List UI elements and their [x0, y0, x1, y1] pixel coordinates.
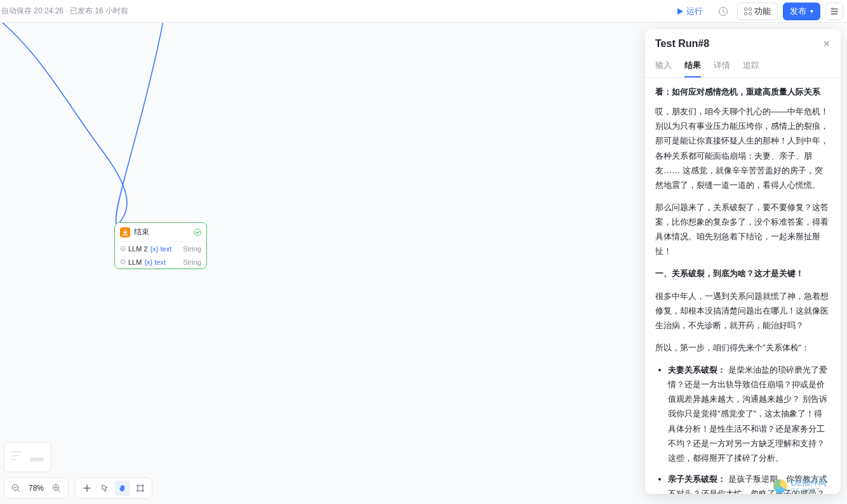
- bullet-title: 夫妻关系破裂：: [668, 365, 726, 375]
- bottom-toolbar: 78%: [4, 477, 152, 499]
- result-paragraph: 那么问题来了，关系破裂了，要不要修复？这答案，比你想象的复杂多了，没个标准答案，…: [655, 200, 830, 259]
- hand-tool[interactable]: [115, 481, 130, 496]
- zoom-group: 78%: [4, 477, 69, 499]
- zoom-out-button[interactable]: [8, 481, 23, 496]
- run-button[interactable]: 运行: [670, 3, 709, 20]
- node-end-icon: [120, 227, 130, 237]
- bullet-title: 亲子关系破裂：: [668, 474, 726, 484]
- tab-input[interactable]: 输入: [655, 56, 672, 77]
- port-icon: ⊙: [120, 244, 126, 253]
- settings-icon-button[interactable]: [825, 3, 843, 20]
- clock-icon-button[interactable]: [714, 3, 732, 20]
- node-row-type: String: [183, 258, 201, 266]
- svg-rect-1: [745, 8, 747, 10]
- edge-line: [0, 23, 216, 251]
- svg-rect-3: [745, 12, 747, 15]
- layout-tool[interactable]: [133, 481, 148, 496]
- result-heading: 看：如何应对感情危机，重建高质量人际关系: [655, 84, 830, 99]
- publish-button[interactable]: 发布 ▾: [783, 3, 820, 20]
- svg-point-13: [137, 490, 139, 492]
- tab-result[interactable]: 结果: [684, 56, 701, 77]
- tool-group: [75, 477, 152, 499]
- features-label: 功能: [754, 6, 771, 17]
- tab-detail[interactable]: 详情: [714, 56, 730, 77]
- svg-rect-2: [749, 8, 752, 10]
- bullet-text: 是柴米油盐的琐碎磨光了爱情？还是一方出轨导致信任崩塌？抑或是价值观差异越来越大，…: [668, 365, 827, 463]
- node-row-name: LLM: [128, 258, 142, 266]
- top-actions: 运行 功能 发布 ▾: [670, 3, 843, 20]
- svg-rect-4: [749, 12, 752, 15]
- grid-icon: [744, 8, 752, 15]
- svg-point-14: [142, 490, 144, 492]
- test-run-panel: Test Run#8 ✕ 输入 结果 详情 追踪 看：如何应对感情危机，重建高质…: [645, 29, 841, 494]
- check-circle-icon: [194, 229, 201, 236]
- play-icon: [676, 8, 684, 15]
- result-paragraph: 很多中年人，一遇到关系问题就慌了神，急着想修复，却根本没搞清楚问题出在哪儿！这就…: [655, 289, 830, 333]
- add-button[interactable]: [79, 481, 95, 496]
- result-paragraph: 哎，朋友们，咱今天聊个扎心的——中年危机！别以为只有事业压力能压垮你，感情上的裂…: [655, 104, 830, 192]
- result-bullet-list: 夫妻关系破裂： 是柴米油盐的琐碎磨光了爱情？还是一方出轨导致信任崩塌？抑或是价值…: [655, 362, 830, 494]
- node-row-name: LLM 2: [128, 245, 148, 253]
- svg-point-12: [142, 485, 144, 487]
- node-output-row[interactable]: ⊙ LLM {x} text String: [115, 255, 206, 269]
- run-label: 运行: [686, 6, 703, 17]
- pointer-tool[interactable]: [97, 481, 112, 496]
- svg-point-5: [832, 8, 834, 10]
- minimap-viewport: [30, 458, 44, 461]
- node-row-var: {x} text: [150, 245, 172, 253]
- close-icon[interactable]: ✕: [823, 39, 830, 49]
- features-button[interactable]: 功能: [737, 3, 778, 20]
- result-bullet: 夫妻关系破裂： 是柴米油盐的琐碎磨光了爱情？还是一方出轨导致信任崩塌？抑或是价值…: [668, 362, 830, 465]
- panel-body[interactable]: 看：如何应对感情危机，重建高质量人际关系 哎，朋友们，咱今天聊个扎心的——中年危…: [645, 78, 841, 494]
- zoom-in-button[interactable]: [49, 481, 64, 496]
- svg-point-8: [194, 229, 201, 235]
- node-header: 结束: [115, 223, 206, 242]
- panel-header: Test Run#8 ✕: [645, 29, 841, 52]
- tab-trace[interactable]: 追踪: [743, 56, 759, 77]
- node-title: 结束: [134, 227, 190, 237]
- result-bullet: 亲子关系破裂： 是孩子叛逆期，你管教方式不对头？还是你太忙，忽略了孩子的感受？还…: [668, 472, 830, 494]
- publish-label: 发布: [790, 6, 806, 17]
- auto-save-status: 自动保存 20:24:26 · 已发布 16 小时前: [0, 6, 128, 17]
- result-paragraph: 所以，第一步，咱们得先来个"关系体检"：: [655, 340, 830, 355]
- node-row-type: String: [183, 245, 201, 253]
- top-bar: 自动保存 20:24:26 · 已发布 16 小时前 运行 功能 发布 ▾: [0, 0, 847, 23]
- svg-point-11: [137, 485, 139, 487]
- panel-title: Test Run#8: [655, 38, 709, 50]
- port-icon: ⊙: [120, 258, 126, 266]
- result-section-heading: 一、关系破裂，到底为啥？这才是关键！: [655, 269, 804, 278]
- svg-point-6: [836, 10, 837, 12]
- chevron-down-icon: ▾: [810, 8, 813, 15]
- node-row-var: {x} text: [144, 258, 166, 266]
- svg-point-7: [832, 13, 834, 15]
- panel-tabs: 输入 结果 详情 追踪: [645, 52, 841, 78]
- minimap-lines-icon: [11, 451, 22, 463]
- minimap[interactable]: [4, 442, 51, 472]
- node-output-row[interactable]: ⊙ LLM 2 {x} text String: [115, 242, 206, 255]
- end-node[interactable]: 结束 ⊙ LLM 2 {x} text String ⊙ LLM {x} tex…: [114, 222, 207, 269]
- zoom-percent: 78%: [26, 484, 46, 493]
